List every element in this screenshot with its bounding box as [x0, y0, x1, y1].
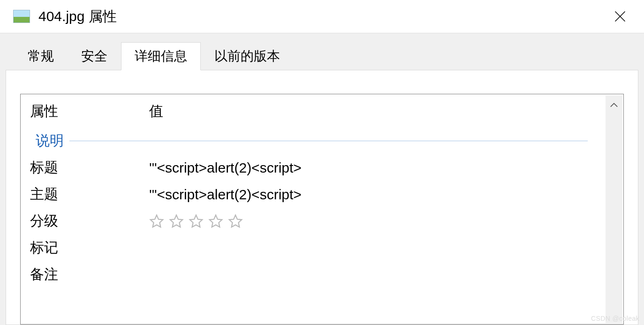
details-listview[interactable]: 属性 值 说明 标题 '"<script>alert(2)<script> 主题… [20, 94, 624, 325]
vertical-scrollbar[interactable] [606, 95, 622, 323]
chevron-up-icon [610, 102, 618, 108]
close-button[interactable] [609, 6, 631, 27]
property-row-rating[interactable]: 分级 [21, 208, 623, 234]
svg-marker-3 [170, 215, 183, 227]
section-divider [69, 141, 588, 141]
property-name: 标记 [30, 238, 149, 257]
property-row-comments[interactable]: 备注 [21, 261, 623, 288]
section-label: 说明 [36, 131, 64, 151]
titlebar: 404.jpg 属性 [0, 0, 644, 33]
file-image-icon [13, 10, 30, 23]
watermark: CSDN @coleak [591, 315, 639, 322]
star-icon[interactable] [169, 214, 184, 229]
svg-marker-4 [190, 215, 203, 227]
property-row-tags[interactable]: 标记 [21, 234, 623, 261]
dialog-body: 常规 安全 详细信息 以前的版本 属性 值 说明 标题 '"<script>al… [0, 33, 644, 325]
property-name: 备注 [30, 265, 149, 284]
svg-marker-2 [151, 215, 163, 227]
property-value-rating[interactable] [149, 214, 614, 229]
column-header-property[interactable]: 属性 [30, 102, 149, 121]
star-icon[interactable] [208, 214, 223, 229]
window-title: 404.jpg 属性 [38, 7, 609, 26]
svg-marker-5 [210, 215, 222, 227]
close-icon [614, 10, 627, 23]
section-description: 说明 [21, 129, 623, 154]
property-name: 主题 [30, 185, 149, 204]
property-row-subject[interactable]: 主题 '"<script>alert(2)<script> [21, 181, 623, 208]
star-icon[interactable] [228, 214, 243, 229]
property-row-title[interactable]: 标题 '"<script>alert(2)<script> [21, 154, 623, 181]
star-icon[interactable] [149, 214, 164, 229]
tab-strip: 常规 安全 详细信息 以前的版本 [6, 33, 638, 70]
tab-general[interactable]: 常规 [14, 42, 68, 70]
tab-details[interactable]: 详细信息 [121, 42, 201, 70]
svg-marker-6 [229, 215, 242, 227]
property-name: 分级 [30, 212, 149, 231]
property-value: '"<script>alert(2)<script> [149, 160, 614, 176]
star-icon[interactable] [189, 214, 204, 229]
column-header-value[interactable]: 值 [149, 102, 623, 121]
property-value: '"<script>alert(2)<script> [149, 187, 614, 203]
property-name: 标题 [30, 158, 149, 177]
tab-previous-versions[interactable]: 以前的版本 [201, 42, 294, 70]
details-header: 属性 值 [21, 94, 623, 129]
tab-panel-details: 属性 值 说明 标题 '"<script>alert(2)<script> 主题… [6, 70, 638, 325]
scroll-up-button[interactable] [606, 95, 622, 115]
tab-security[interactable]: 安全 [68, 42, 121, 70]
rating-stars[interactable] [149, 214, 614, 229]
